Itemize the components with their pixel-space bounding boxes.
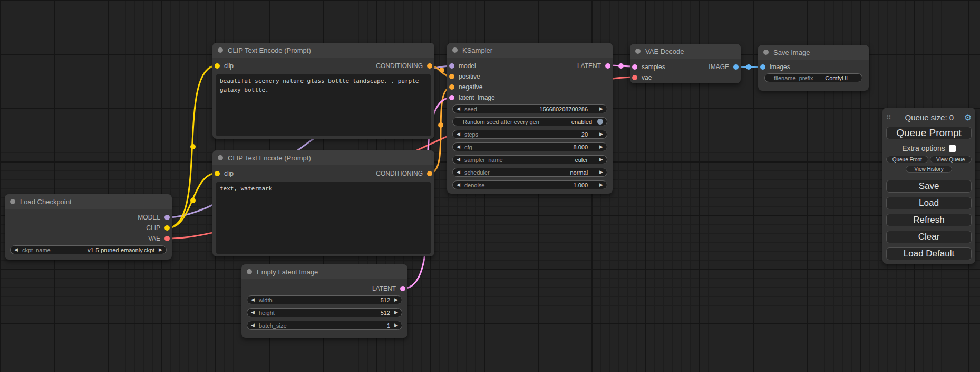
wire-midpoint-dot-positive-conditioning bbox=[439, 68, 444, 73]
decrement-arrow-icon[interactable]: ◀ bbox=[457, 157, 460, 162]
decrement-arrow-icon[interactable]: ◀ bbox=[457, 183, 460, 187]
sampler-name-widget[interactable]: ◀ sampler_name euler ▶ bbox=[452, 155, 607, 164]
increment-arrow-icon[interactable]: ▶ bbox=[394, 323, 398, 328]
wire-midpoint-dot-negative-conditioning bbox=[438, 122, 443, 128]
filename-prefix-widget[interactable]: filename_prefix ComfyUI bbox=[764, 73, 862, 82]
output-label-model: MODEL bbox=[138, 214, 160, 221]
node-collapse-dot[interactable] bbox=[247, 269, 252, 274]
height-widget[interactable]: ◀ height 512 ▶ bbox=[247, 308, 402, 317]
increment-arrow-icon[interactable]: ▶ bbox=[599, 170, 603, 175]
increment-arrow-icon[interactable]: ▶ bbox=[599, 157, 603, 162]
load-button[interactable]: Load bbox=[886, 197, 972, 209]
decrement-arrow-icon[interactable]: ◀ bbox=[14, 247, 18, 252]
decrement-arrow-icon[interactable]: ◀ bbox=[457, 107, 460, 111]
cfg-widget[interactable]: ◀ cfg 8.000 ▶ bbox=[452, 142, 607, 151]
load-default-button[interactable]: Load Default bbox=[886, 247, 972, 260]
input-label-clip: clip bbox=[224, 62, 234, 70]
settings-gear-icon[interactable]: ⚙ bbox=[964, 112, 972, 122]
clip-output-port[interactable] bbox=[164, 225, 170, 231]
vae-input-port[interactable] bbox=[632, 75, 637, 80]
ckpt-name-widget[interactable]: ◀ ckpt_name v1-5-pruned-emaonly.ckpt ▶ bbox=[10, 245, 167, 254]
output-label-latent: LATENT bbox=[372, 285, 396, 292]
conditioning-output-port[interactable] bbox=[427, 171, 432, 176]
increment-arrow-icon[interactable]: ▶ bbox=[394, 310, 398, 315]
increment-arrow-icon[interactable]: ▶ bbox=[394, 298, 398, 302]
node-collapse-dot[interactable] bbox=[10, 199, 15, 204]
node-save-image[interactable]: Save Image images filename_prefix ComfyU… bbox=[758, 45, 869, 91]
vae-output-port[interactable] bbox=[164, 236, 170, 241]
node-title: Save Image bbox=[773, 49, 810, 56]
increment-arrow-icon[interactable]: ▶ bbox=[599, 145, 603, 149]
positive-input-port[interactable] bbox=[449, 74, 454, 79]
increment-arrow-icon[interactable]: ▶ bbox=[159, 247, 162, 252]
wire-midpoint-dot-clip-to-negative-prompt bbox=[190, 198, 196, 203]
refresh-button[interactable]: Refresh bbox=[886, 214, 972, 226]
queue-prompt-button[interactable]: Queue Prompt bbox=[886, 127, 972, 139]
output-label-latent: LATENT bbox=[577, 62, 601, 70]
decrement-arrow-icon[interactable]: ◀ bbox=[457, 145, 460, 149]
output-label-vae: VAE bbox=[148, 235, 160, 242]
denoise-widget[interactable]: ◀ denoise 1.000 ▶ bbox=[452, 180, 607, 189]
node-clip-text-encode-positive[interactable]: CLIP Text Encode (Prompt) clip CONDITION… bbox=[212, 43, 434, 139]
queue-front-button[interactable]: Queue Front bbox=[886, 156, 928, 163]
increment-arrow-icon[interactable]: ▶ bbox=[599, 107, 603, 111]
clear-button[interactable]: Clear bbox=[886, 231, 972, 243]
decrement-arrow-icon[interactable]: ◀ bbox=[251, 323, 255, 328]
node-ksampler[interactable]: KSampler model LATENT positive negative … bbox=[447, 43, 613, 194]
node-collapse-dot[interactable] bbox=[635, 49, 641, 54]
decrement-arrow-icon[interactable]: ◀ bbox=[251, 298, 255, 302]
batch-size-widget[interactable]: ◀ batch_size 1 ▶ bbox=[247, 321, 402, 330]
latent-output-port[interactable] bbox=[400, 286, 405, 291]
node-clip-text-encode-negative[interactable]: CLIP Text Encode (Prompt) clip CONDITION… bbox=[212, 150, 434, 256]
model-input-port[interactable] bbox=[449, 63, 454, 69]
node-collapse-dot[interactable] bbox=[218, 155, 223, 160]
input-label-vae: vae bbox=[642, 74, 652, 81]
node-title: Load Checkpoint bbox=[20, 198, 72, 206]
drag-handle-icon[interactable]: ⠿ bbox=[886, 113, 895, 121]
latent-image-input-port[interactable] bbox=[449, 95, 454, 100]
model-output-port[interactable] bbox=[164, 215, 170, 220]
node-title: CLIP Text Encode (Prompt) bbox=[228, 154, 311, 162]
samples-input-port[interactable] bbox=[632, 64, 637, 70]
queue-size-label: Queue size: 0 bbox=[895, 113, 964, 122]
image-output-port[interactable] bbox=[733, 64, 739, 70]
steps-widget[interactable]: ◀ steps 20 ▶ bbox=[452, 130, 607, 139]
prompt-text-input[interactable]: beautiful scenery nature glass bottle la… bbox=[216, 74, 431, 136]
width-widget[interactable]: ◀ width 512 ▶ bbox=[247, 295, 402, 304]
node-empty-latent-image[interactable]: Empty Latent Image LATENT ◀ width 512 ▶ … bbox=[241, 264, 407, 338]
node-title: CLIP Text Encode (Prompt) bbox=[228, 46, 311, 54]
toggle-dot-icon[interactable] bbox=[597, 119, 603, 125]
node-title: VAE Decode bbox=[645, 47, 684, 55]
seed-widget[interactable]: ◀ seed 156680208700286 ▶ bbox=[452, 104, 607, 113]
random-seed-toggle-widget[interactable]: Random seed after every gen enabled bbox=[452, 117, 607, 126]
increment-arrow-icon[interactable]: ▶ bbox=[599, 132, 603, 137]
negative-input-port[interactable] bbox=[449, 84, 454, 90]
input-label-images: images bbox=[770, 63, 790, 71]
clip-input-port[interactable] bbox=[215, 63, 220, 69]
decrement-arrow-icon[interactable]: ◀ bbox=[251, 310, 255, 315]
conditioning-output-port[interactable] bbox=[427, 63, 432, 69]
decrement-arrow-icon[interactable]: ◀ bbox=[457, 132, 460, 137]
decrement-arrow-icon[interactable]: ◀ bbox=[457, 170, 460, 175]
node-collapse-dot[interactable] bbox=[452, 47, 458, 53]
node-load-checkpoint[interactable]: Load Checkpoint MODEL CLIP VAE ◀ ckpt_na… bbox=[5, 194, 172, 260]
node-vae-decode[interactable]: VAE Decode samples IMAGE vae bbox=[630, 44, 741, 83]
output-label-conditioning: CONDITIONING bbox=[376, 62, 423, 70]
output-label-conditioning: CONDITIONING bbox=[376, 170, 423, 177]
node-collapse-dot[interactable] bbox=[218, 47, 223, 53]
images-input-port[interactable] bbox=[760, 64, 765, 70]
prompt-text-input[interactable]: text, watermark bbox=[216, 182, 431, 254]
input-label-model: model bbox=[459, 62, 476, 70]
queue-panel: ⠿ Queue size: 0 ⚙ Queue Prompt Extra opt… bbox=[882, 108, 975, 264]
node-collapse-dot[interactable] bbox=[763, 50, 769, 55]
view-history-button[interactable]: View History bbox=[906, 166, 952, 173]
latent-output-port[interactable] bbox=[605, 63, 610, 69]
extra-options-checkbox[interactable] bbox=[949, 145, 956, 152]
increment-arrow-icon[interactable]: ▶ bbox=[599, 183, 603, 187]
output-label-image: IMAGE bbox=[709, 63, 729, 71]
view-queue-button[interactable]: View Queue bbox=[930, 156, 972, 163]
save-button[interactable]: Save bbox=[886, 180, 972, 193]
scheduler-widget[interactable]: ◀ scheduler normal ▶ bbox=[452, 168, 607, 177]
clip-input-port[interactable] bbox=[215, 171, 220, 176]
widget-value: v1-5-pruned-emaonly.ckpt bbox=[88, 247, 154, 253]
